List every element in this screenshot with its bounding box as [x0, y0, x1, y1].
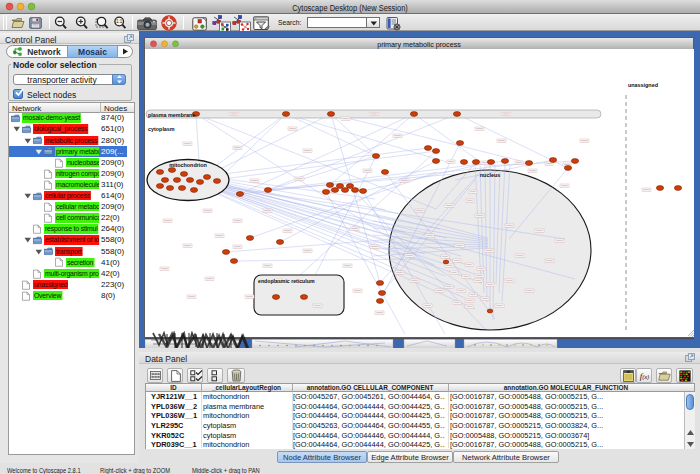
svg-text:cytoplasm: cytoplasm: [148, 126, 175, 132]
svg-text:endoplasmic reticulum: endoplasmic reticulum: [258, 278, 315, 284]
svg-text:mitochondrion: mitochondrion: [169, 162, 207, 168]
svg-text:plasma membrane: plasma membrane: [148, 112, 195, 118]
svg-text:1:1: 1:1: [116, 19, 123, 24]
svg-text:unassigned: unassigned: [628, 82, 658, 88]
svg-text:nucleus: nucleus: [480, 172, 500, 178]
